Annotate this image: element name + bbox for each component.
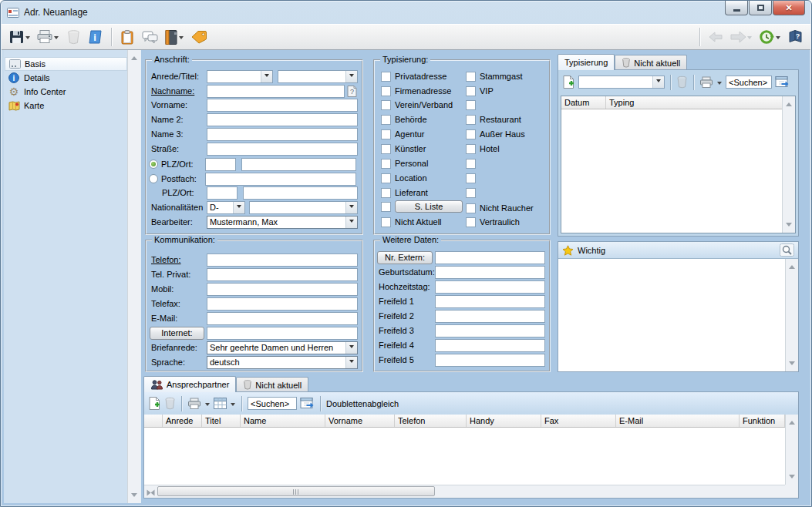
checkbox-custom-4[interactable] <box>466 187 480 198</box>
sidebar-item-details[interactable]: i Details <box>5 71 127 85</box>
column-header-titel[interactable]: Titel <box>202 415 241 427</box>
column-header-datum[interactable]: Datum <box>561 96 606 109</box>
mobil-input[interactable] <box>207 283 358 296</box>
checkbox-hotel[interactable]: Hotel <box>466 143 500 154</box>
print-contacts-icon[interactable] <box>187 398 201 410</box>
scroll-right-icon[interactable] <box>145 487 156 499</box>
tel-privat-input[interactable] <box>207 268 358 281</box>
wichtig-textarea[interactable] <box>558 259 798 371</box>
nationalitaet-combobox[interactable]: D- <box>207 201 245 214</box>
checkbox-vertraulich[interactable]: Vertraulich <box>466 217 520 227</box>
name2-input[interactable] <box>207 113 358 126</box>
print-button[interactable] <box>35 26 61 48</box>
column-header-handy[interactable]: Handy <box>467 415 541 427</box>
contacts-grid-hscrollbar[interactable] <box>144 485 785 498</box>
checkbox-kuenstler[interactable]: Künstler <box>381 143 426 154</box>
maximize-button[interactable] <box>749 1 772 15</box>
bearbeiter-combobox[interactable]: Mustermann, Max <box>207 216 358 229</box>
column-header-anrede[interactable]: Anrede <box>163 415 202 427</box>
column-header-funktion[interactable]: Funktion <box>740 415 785 427</box>
checkbox-firmenadresse[interactable]: Firmenadresse <box>381 86 451 96</box>
export-grid-icon[interactable] <box>775 76 790 89</box>
typing-search-input[interactable] <box>726 76 772 89</box>
doubletten-label[interactable]: Doublettenabgleich <box>326 399 399 408</box>
nr-extern-input[interactable] <box>435 251 545 264</box>
checkbox-nicht-raucher[interactable]: Nicht Raucher <box>466 203 534 213</box>
internet-input[interactable] <box>207 327 358 340</box>
print-dropdown-arrow[interactable] <box>205 403 210 408</box>
print-dropdown-arrow[interactable] <box>717 82 722 87</box>
telefax-input[interactable] <box>207 297 358 311</box>
sprache-combobox[interactable]: deutsch <box>207 356 358 369</box>
contacts-grid-body[interactable] <box>144 428 785 485</box>
checkbox-restaurant[interactable]: Restaurant <box>466 114 521 125</box>
email-input[interactable] <box>207 312 358 325</box>
freifeld1-input[interactable] <box>435 295 545 308</box>
nationalitaet2-combobox[interactable] <box>249 201 358 214</box>
sidebar-item-basis[interactable]: Basis <box>5 57 127 71</box>
chevron-down-icon[interactable] <box>345 217 357 228</box>
checkbox-stammgast[interactable]: Stammgast <box>466 71 523 82</box>
close-button[interactable]: ✕ <box>773 1 805 15</box>
column-header-telefon[interactable]: Telefon <box>395 415 467 427</box>
anrede-combobox[interactable] <box>207 70 273 83</box>
plz-input[interactable] <box>205 158 236 171</box>
briefanrede-combobox[interactable]: Sehr geehrte Damen und Herren <box>207 341 358 354</box>
strasse-input[interactable] <box>207 143 358 156</box>
column-header-typing[interactable]: Typing <box>606 96 783 109</box>
checkbox-personal[interactable]: Personal <box>381 158 428 169</box>
tab-nicht-aktuell[interactable]: Nicht aktuell <box>615 55 687 70</box>
help-button[interactable]: ? <box>785 26 805 48</box>
chevron-down-icon[interactable] <box>345 342 357 354</box>
chevron-down-icon[interactable] <box>345 202 357 213</box>
grid-view-icon[interactable] <box>214 398 227 409</box>
scroll-up-icon[interactable] <box>787 260 797 271</box>
scroll-down-icon[interactable] <box>129 491 140 502</box>
nachname-help-button[interactable]: ? <box>346 85 358 98</box>
checkbox-lieferant[interactable]: Lieferant <box>381 187 428 198</box>
export-grid-icon[interactable] <box>300 397 315 410</box>
hochzeitstag-input[interactable] <box>435 280 545 294</box>
column-header-name[interactable]: Name <box>241 415 325 427</box>
tab-typisierung[interactable]: Typisierung <box>558 54 615 70</box>
magnifier-button[interactable] <box>780 243 794 257</box>
checkbox-behoerde[interactable]: Behörde <box>381 114 427 125</box>
scroll-up-icon[interactable] <box>783 97 794 109</box>
scroll-down-icon[interactable] <box>783 220 794 232</box>
info-button[interactable]: i <box>86 26 106 48</box>
ort2-input[interactable] <box>243 186 358 200</box>
tab-nicht-aktuell[interactable]: Nicht aktuell <box>236 377 308 392</box>
typing-combobox[interactable] <box>578 76 665 89</box>
vorname-input[interactable] <box>207 99 358 112</box>
print-typing-icon[interactable] <box>699 76 713 89</box>
addressbook-button[interactable] <box>163 26 186 48</box>
hscroll-thumb[interactable] <box>157 486 435 496</box>
freifeld3-input[interactable] <box>435 324 545 337</box>
checkbox-ausser-haus[interactable]: Außer Haus <box>466 129 525 139</box>
tag-button[interactable] <box>188 26 210 48</box>
save-dropdown-arrow[interactable] <box>25 36 30 42</box>
checkbox-verein-verband[interactable]: Verein/Verband <box>381 99 453 110</box>
checkbox-custom-2[interactable] <box>466 158 480 169</box>
plz2-input[interactable] <box>207 186 238 200</box>
sidebar-scrollbar[interactable] <box>127 50 140 503</box>
column-header-vorname[interactable]: Vorname <box>325 415 395 427</box>
checkbox-nicht-aktuell[interactable]: Nicht Aktuell <box>381 217 442 227</box>
checkbox-location[interactable]: Location <box>381 173 427 183</box>
column-header-email[interactable]: E-Mail <box>616 415 740 427</box>
checkbox-agentur[interactable]: Agentur <box>381 129 425 139</box>
scroll-down-icon[interactable] <box>787 472 797 484</box>
checkbox-custom-3[interactable] <box>466 173 480 183</box>
plzort-radio[interactable] <box>149 159 158 169</box>
internet-button[interactable]: Internet: <box>150 327 204 340</box>
scroll-up-icon[interactable] <box>129 51 140 62</box>
scroll-up-icon[interactable] <box>787 415 797 427</box>
chevron-down-icon[interactable] <box>652 76 664 88</box>
sidebar-item-karte[interactable]: Karte <box>5 99 127 112</box>
geburtsdatum-input[interactable] <box>435 266 545 279</box>
chevron-down-icon[interactable] <box>233 202 244 213</box>
print-dropdown-arrow[interactable] <box>54 36 59 42</box>
checkbox-s-liste[interactable] <box>381 202 391 212</box>
grid-dropdown-arrow[interactable] <box>231 403 235 408</box>
new-item-icon[interactable] <box>562 75 575 89</box>
